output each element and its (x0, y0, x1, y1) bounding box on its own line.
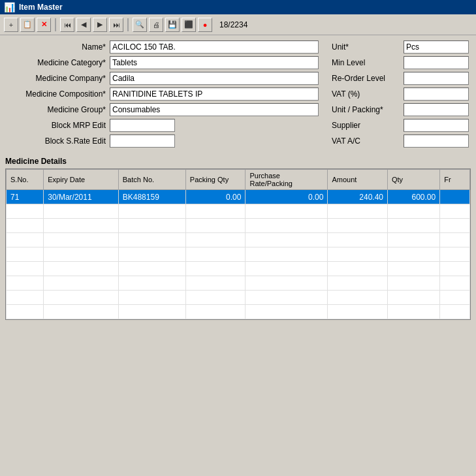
empty-cell (246, 219, 328, 233)
unit-row: Unit* (332, 40, 471, 54)
col-qty: Qty (388, 170, 440, 190)
cell-expiry_date: 30/Mar/2011 (44, 190, 119, 204)
vat-ac-input[interactable] (404, 135, 469, 148)
empty-cell (328, 204, 388, 219)
medicine-composition-label: Medicine Composition* (5, 89, 110, 99)
table-row-empty (7, 247, 470, 262)
empty-cell (118, 276, 185, 291)
export-button[interactable]: ⬛ (182, 18, 196, 32)
medicine-details-table-container: S.No. Expiry Date Batch No. Packing Qty … (5, 168, 471, 320)
block-srate-label: Block S.Rate Edit (5, 136, 110, 146)
reorder-level-input[interactable] (404, 72, 469, 85)
add-button[interactable]: + (4, 18, 18, 32)
medicine-group-row: Medicine Group* (5, 103, 319, 116)
vat-row: VAT (%) (332, 87, 471, 101)
empty-cell (185, 233, 246, 247)
table-row-empty (7, 262, 470, 276)
empty-cell (246, 305, 328, 319)
vat-label: VAT (%) (332, 89, 404, 99)
empty-cell (7, 219, 44, 233)
prev-button[interactable]: ◀ (76, 18, 91, 32)
name-label: Name* (5, 42, 110, 52)
empty-cell (118, 291, 185, 305)
medicine-composition-row: Medicine Composition* (5, 87, 319, 101)
unit-input[interactable] (404, 40, 469, 54)
empty-cell (328, 219, 388, 233)
empty-cell (246, 262, 328, 276)
empty-cell (7, 276, 44, 291)
form-area: Name* Medicine Category* Medicine Compan… (5, 40, 471, 150)
save-button[interactable]: 💾 (165, 18, 180, 32)
form-right: Unit* Min Level Re-Order Level VAT (%) U… (332, 40, 471, 150)
col-sno: S.No. (7, 170, 44, 190)
app-icon: 📊 (4, 2, 15, 12)
col-amount: Amount (328, 170, 388, 190)
table-row-empty (7, 305, 470, 319)
cell-amount: 240.40 (328, 190, 388, 204)
empty-cell (118, 204, 185, 219)
min-level-label: Min Level (332, 58, 404, 67)
medicine-category-input[interactable] (110, 56, 319, 69)
empty-cell (388, 262, 440, 276)
min-level-row: Min Level (332, 56, 471, 69)
empty-cell (185, 305, 246, 319)
empty-cell (7, 305, 44, 319)
empty-cell (328, 247, 388, 262)
block-mrp-input[interactable] (110, 119, 175, 132)
empty-cell (7, 247, 44, 262)
empty-cell (118, 247, 185, 262)
empty-cell (388, 204, 440, 219)
empty-cell (328, 305, 388, 319)
last-button[interactable]: ⏭ (109, 18, 123, 32)
empty-cell (246, 247, 328, 262)
unit-packing-row: Unit / Packing* (332, 103, 471, 116)
empty-cell (440, 262, 470, 276)
delete-button[interactable]: ✕ (37, 18, 51, 32)
search-button[interactable]: 🔍 (133, 18, 147, 32)
medicine-group-input[interactable] (110, 103, 319, 116)
col-batch-no: Batch No. (118, 170, 185, 190)
table-row[interactable]: 7130/Mar/2011BK4881590.000.00240.40600.0… (7, 190, 470, 204)
empty-cell (44, 305, 119, 319)
medicine-category-label: Medicine Category* (5, 58, 110, 67)
separator-2 (127, 18, 129, 31)
empty-cell (185, 262, 246, 276)
next-button[interactable]: ▶ (93, 18, 107, 32)
col-packing-qty: Packing Qty (185, 170, 246, 190)
empty-cell (440, 305, 470, 319)
col-fr: Fr (440, 170, 470, 190)
copy-button[interactable]: 📋 (20, 18, 35, 32)
vat-input[interactable] (404, 87, 469, 101)
medicine-company-input[interactable] (110, 72, 319, 85)
empty-cell (185, 204, 246, 219)
table-row-empty (7, 233, 470, 247)
medicine-composition-input[interactable] (110, 87, 319, 101)
print-button[interactable]: 🖨 (149, 18, 163, 32)
separator-1 (55, 18, 56, 31)
empty-cell (246, 291, 328, 305)
medicine-company-row: Medicine Company* (5, 72, 319, 85)
refresh-button[interactable]: ● (198, 18, 212, 32)
empty-cell (185, 291, 246, 305)
supplier-input[interactable] (404, 119, 469, 132)
empty-cell (388, 247, 440, 262)
first-button[interactable]: ⏮ (60, 18, 74, 32)
empty-cell (440, 233, 470, 247)
empty-cell (118, 219, 185, 233)
empty-cell (328, 291, 388, 305)
table-row-empty (7, 291, 470, 305)
empty-cell (246, 276, 328, 291)
medicine-details-section: Medicine Details S.No. Expiry Date Batch… (5, 157, 471, 320)
empty-cell (246, 233, 328, 247)
unit-packing-input[interactable] (404, 103, 469, 116)
min-level-input[interactable] (404, 56, 469, 69)
empty-cell (185, 276, 246, 291)
block-srate-input[interactable] (110, 135, 175, 148)
vat-ac-label: VAT A/C (332, 136, 404, 146)
toolbar: + 📋 ✕ ⏮ ◀ ▶ ⏭ 🔍 🖨 💾 ⬛ ● 18/2234 (0, 14, 476, 35)
name-input[interactable] (110, 40, 319, 54)
empty-cell (7, 204, 44, 219)
empty-cell (44, 276, 119, 291)
empty-cell (388, 305, 440, 319)
empty-cell (440, 247, 470, 262)
